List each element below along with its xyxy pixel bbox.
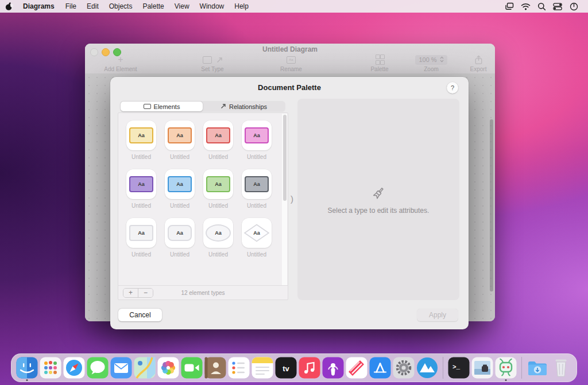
empty-state: Select a type to edit its attributes. xyxy=(297,186,459,215)
rect-shape: Aa xyxy=(245,176,269,192)
element-type-cell: AaUntitled xyxy=(165,218,195,258)
dock-icon-messages[interactable] xyxy=(86,355,109,380)
tab-elements[interactable]: Elements xyxy=(121,102,203,111)
element-type-label: Untitled xyxy=(131,203,151,209)
toolbar-zoom-button[interactable]: 100 %Zoom xyxy=(407,55,456,72)
zoom-level-stepper[interactable]: 100 % xyxy=(415,55,447,65)
menu-item-diagrams[interactable]: Diagrams xyxy=(17,0,60,13)
toolbar-add-element-button[interactable]: +Add Element xyxy=(92,55,149,72)
list-scrollbar[interactable] xyxy=(282,114,287,285)
desktop: DiagramsFileEditObjectsPaletteViewWindow… xyxy=(0,0,588,385)
element-type-label: Untitled xyxy=(208,203,228,209)
element-type-cell: AaUntitled xyxy=(126,169,156,209)
toolbar-export-label: Export xyxy=(470,66,487,72)
dock-icon-reminders[interactable] xyxy=(227,355,250,380)
menu-item-window[interactable]: Window xyxy=(195,0,230,13)
menu-item-objects[interactable]: Objects xyxy=(104,0,138,13)
list-scrollbar-thumb[interactable] xyxy=(283,115,287,201)
menu-item-help[interactable]: Help xyxy=(229,0,254,13)
element-type-tile[interactable]: Aa xyxy=(203,120,233,150)
help-button[interactable]: ? xyxy=(447,82,458,94)
element-type-tile[interactable]: Aa xyxy=(165,169,195,199)
toolbar-export-button[interactable]: Export xyxy=(462,55,495,72)
tab-relationships[interactable]: Relationships xyxy=(203,102,285,111)
dock-icon-podcasts[interactable] xyxy=(322,355,345,380)
dock-icon-preview[interactable] xyxy=(471,355,494,380)
toolbar-set-type-label: Set Type xyxy=(201,66,223,72)
clock-icon[interactable] xyxy=(567,2,580,11)
menu-item-edit[interactable]: Edit xyxy=(82,0,104,13)
dock-icon-facetime[interactable] xyxy=(180,355,203,380)
rect-shape: Aa xyxy=(168,176,192,192)
menu-item-view[interactable]: View xyxy=(169,0,195,13)
dock-icon-system-preferences[interactable] xyxy=(392,355,415,380)
add-remove-group: + − xyxy=(123,288,153,298)
running-indicator xyxy=(26,379,28,381)
element-type-tile[interactable]: Aa xyxy=(242,218,272,248)
dock-icon-app-store[interactable] xyxy=(369,355,392,380)
rect-shape: Aa xyxy=(245,127,269,143)
detail-placeholder-text: Select a type to edit its attributes. xyxy=(328,207,430,215)
dock-icon-safari[interactable] xyxy=(63,355,86,380)
arrow-icon xyxy=(220,103,226,110)
attribute-detail-panel: Select a type to edit its attributes. xyxy=(297,99,459,300)
toolbar-set-type-button[interactable]: Set Type xyxy=(184,55,241,72)
window-titlebar[interactable]: Untitled Diagram +Add ElementSet TypeAaR… xyxy=(85,44,495,74)
add-type-button[interactable]: + xyxy=(123,289,138,297)
element-type-tile[interactable]: Aa xyxy=(203,169,233,199)
control-center-icon[interactable] xyxy=(551,2,564,11)
dock: tv>_ xyxy=(11,353,577,382)
dock-icon-news[interactable] xyxy=(345,355,368,380)
search-icon[interactable] xyxy=(535,2,548,11)
element-type-cell: AaUntitled xyxy=(203,120,233,160)
canvas-scrollbar[interactable] xyxy=(490,119,493,291)
element-type-label: Untitled xyxy=(170,251,189,258)
window-stack-icon[interactable] xyxy=(503,2,516,11)
element-type-tile[interactable]: Aa xyxy=(165,218,195,248)
svg-text:>_: >_ xyxy=(452,364,461,371)
dock-icon-music[interactable] xyxy=(298,355,321,380)
app-menu-items: DiagramsFileEditObjectsPaletteViewWindow… xyxy=(17,0,254,13)
rounded-shape: Aa xyxy=(168,225,192,241)
wifi-icon[interactable] xyxy=(519,2,532,11)
dock-icon-terminal[interactable]: >_ xyxy=(447,355,470,380)
toolbar-rename-button[interactable]: AaRename xyxy=(265,55,317,72)
element-type-tile[interactable]: Aa xyxy=(203,218,233,248)
element-type-tile[interactable]: Aa xyxy=(242,120,272,150)
element-type-tile[interactable]: Aa xyxy=(126,169,156,199)
menu-item-file[interactable]: File xyxy=(60,0,82,13)
apply-button[interactable]: Apply xyxy=(417,309,458,321)
dialog-title: Document Palette xyxy=(110,83,469,92)
dock-icon-trash[interactable] xyxy=(550,355,572,380)
element-type-tile[interactable]: Aa xyxy=(242,169,272,199)
dock-icon-downloads[interactable] xyxy=(526,355,549,380)
dock-icon-finder[interactable] xyxy=(16,355,38,380)
menu-bar: DiagramsFileEditObjectsPaletteViewWindow… xyxy=(0,0,588,13)
element-type-tile[interactable]: Aa xyxy=(165,120,195,150)
element-type-tile[interactable]: Aa xyxy=(126,218,156,248)
element-grid: AaUntitledAaUntitledAaUntitledAaUntitled… xyxy=(126,120,272,258)
dock-icon-maps[interactable] xyxy=(133,355,156,380)
element-grid-scroll-area[interactable]: AaUntitledAaUntitledAaUntitledAaUntitled… xyxy=(118,113,288,286)
dock-icon-diagrams-mountains[interactable] xyxy=(416,355,439,380)
rename-icon: Aa xyxy=(287,55,296,65)
dock-icon-contacts[interactable] xyxy=(204,355,227,380)
stepper-chevrons-icon xyxy=(440,56,444,64)
remove-type-button[interactable]: − xyxy=(138,289,153,297)
dock-icon-mail[interactable] xyxy=(110,355,133,380)
dock-icon-diagrams-robot[interactable] xyxy=(494,355,517,380)
element-type-cell: AaUntitled xyxy=(242,120,272,160)
dock-icon-tv[interactable]: tv xyxy=(274,355,297,380)
dock-icon-photos[interactable] xyxy=(157,355,180,380)
element-type-label: Untitled xyxy=(247,203,266,209)
element-type-tile[interactable]: Aa xyxy=(126,120,156,150)
dock-icon-notes[interactable] xyxy=(251,355,274,380)
toolbar-palette-button[interactable]: Palette xyxy=(359,55,400,72)
menu-item-palette[interactable]: Palette xyxy=(137,0,169,13)
dock-icon-launchpad[interactable] xyxy=(39,355,62,380)
apple-menu-icon[interactable] xyxy=(0,2,17,11)
list-footer: 12 element types + − xyxy=(118,285,288,300)
cancel-button[interactable]: Cancel xyxy=(118,309,162,321)
panel-collapse-chevron[interactable]: ) xyxy=(291,194,293,204)
element-type-label: Untitled xyxy=(131,251,151,258)
